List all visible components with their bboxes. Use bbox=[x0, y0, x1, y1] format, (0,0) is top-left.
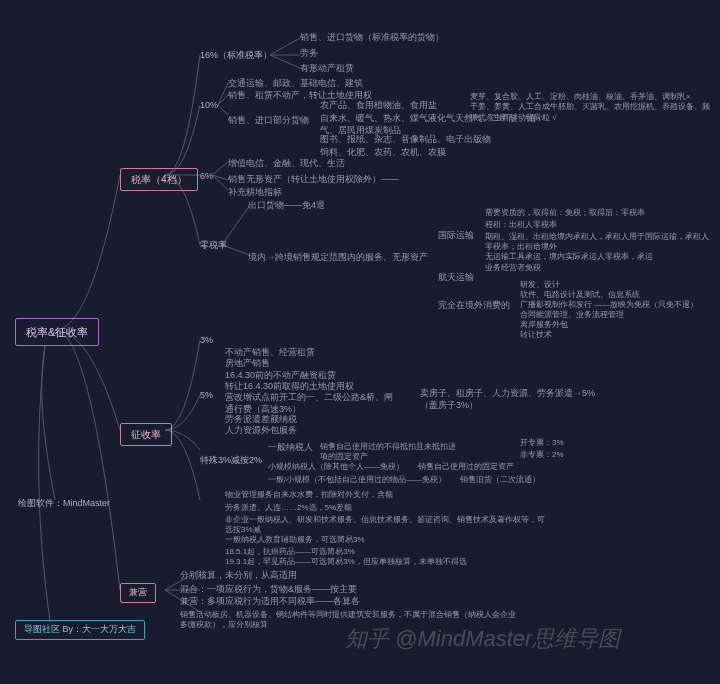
sp-b1: 销售自己使用过的固定资产 bbox=[418, 462, 514, 472]
r0-full: 完全在境外消费的 bbox=[438, 300, 510, 312]
r0-f3: 合同能源管理、业务流程管理 bbox=[520, 310, 624, 320]
r0-gj3: 无运输工具承运，境内实际承运人零税率，承运 bbox=[485, 252, 653, 262]
r10-a: 交通运输、邮政、基础电信、建筑 bbox=[228, 78, 363, 90]
r0-gj0: 需要资质的，取得前：免税；取得后：零税率 bbox=[485, 208, 645, 218]
jy-b: 混合：一项应税行为，货物&服务——按主要 兼营：多项应税行为适用不同税率——各算… bbox=[180, 584, 360, 607]
rates-node[interactable]: 税率（4档） bbox=[120, 168, 198, 191]
r6-a: 增值电信、金融、现代、生活 bbox=[228, 158, 345, 170]
sp-a: 一般纳税人 bbox=[268, 442, 313, 454]
l5-2: 营改增试点前开工的一、二级公路&桥、闸通行费（高速3%） bbox=[225, 392, 395, 415]
r0-f0: 研发、设计 bbox=[520, 280, 560, 290]
l5-side: 卖房子、租房子、人力资源、劳务派遣→5% （盖房子3%） bbox=[420, 388, 595, 411]
sp-a2: 开专票：3% bbox=[520, 438, 564, 448]
r0-f1: 软件、电路设计及测试、信息系统 bbox=[520, 290, 640, 300]
rate-10[interactable]: 10% bbox=[200, 100, 218, 112]
r0-gj: 国际运输 bbox=[438, 230, 474, 242]
software-note: 绘图软件：MindMaster bbox=[18, 498, 110, 510]
oth-3: 一般纳税人教育辅助服务，可选简易3% bbox=[225, 535, 365, 545]
rate-6[interactable]: 6% bbox=[200, 171, 213, 183]
r0-f2: 广播影视制作和发行 ——放映为免税（只免不退） bbox=[520, 300, 698, 310]
root-node[interactable]: 税率&征收率 bbox=[15, 318, 99, 346]
r0-f4: 离岸服务外包 bbox=[520, 320, 568, 330]
r0-gj4: 业务经营者免税 bbox=[485, 263, 541, 273]
r16-i1: 劳务 bbox=[300, 48, 318, 60]
oth-1: 劳务派遣、人连……2%选，5%差额 bbox=[225, 503, 352, 513]
jianying-node[interactable]: 兼营 bbox=[120, 583, 156, 603]
oth-0: 物业管理服务自来水水费，扣除对外支付，含额 bbox=[225, 490, 393, 500]
r10-c0: 农产品、食用植物油、食用盐 bbox=[320, 100, 437, 112]
oth-2: 非企业一般纳税人、研发和技术服务、信息技术服务、鉴证咨询、销售技术及著作权等，可… bbox=[225, 515, 545, 536]
levy-spec[interactable]: 特殊3%减按2% bbox=[200, 455, 262, 467]
community-note: 导图社区 By：大一大万大吉 bbox=[15, 620, 145, 640]
rate-0[interactable]: 零税率 bbox=[200, 240, 227, 252]
levy-3[interactable]: 3% bbox=[200, 335, 213, 347]
oth-4: 18.5.1起，抗癌药品——可选简易3% 19.3.1起，罕见药品——可选简易3… bbox=[225, 547, 545, 568]
rate-16[interactable]: 16%（标准税率） bbox=[200, 50, 272, 62]
r10-c2: 图书、报纸、杂志、音像制品、电子出版物 bbox=[320, 134, 491, 146]
r6-c: 补充耕地指标 bbox=[228, 187, 282, 199]
r0-in: 境内→跨境销售规定范围内的服务、无形资产 bbox=[248, 252, 428, 264]
sp-c: 一般/小规模（不包括自己使用过的物品——免税） bbox=[268, 475, 446, 485]
r0-export: 出口货物——免4退 bbox=[248, 200, 325, 212]
r0-gj1: 程租：出租人零税率 bbox=[485, 220, 557, 230]
l5-1: 转让16.4.30前取得的土地使用权 bbox=[225, 381, 354, 393]
l3-b: 房地产销售 bbox=[225, 358, 270, 370]
sp-a1: 销售自己使用过的不得抵扣且未抵扣进项的固定资产 bbox=[320, 442, 460, 463]
r10-c3: 饲料、化肥、农药、农机、农膜 bbox=[320, 147, 446, 159]
l5-4: 人力资源外包服务 bbox=[225, 425, 297, 437]
sp-b: 小规模纳税人（除其他个人——免税） bbox=[268, 462, 404, 472]
r10-side: 麦芽、复合胶、人工、淀粉、肉桂油、核油、香茅油、调制乳× 干姜、姜黄、人工合成牛… bbox=[470, 92, 710, 123]
l5-3: 劳务派遣差额纳税 bbox=[225, 414, 297, 426]
r6-b: 销售无形资产（转让土地使用权除外）—— bbox=[228, 174, 399, 186]
r0-f5: 转让技术 bbox=[520, 330, 552, 340]
jy-a: 分别核算，未分别，从高适用 bbox=[180, 570, 297, 582]
sp-c1: 销售旧货（二次流通） bbox=[460, 475, 540, 485]
r16-i0: 销售、进口货物（标准税率的货物） bbox=[300, 32, 444, 44]
r10-c: 销售、进口部分货物 bbox=[228, 115, 309, 127]
watermark: 知乎 @MindMaster思维导图 bbox=[345, 625, 620, 654]
l3-a: 不动产销售、经营租赁 bbox=[225, 347, 315, 359]
l5-0: 16.4.30前的不动产融资租赁 bbox=[225, 370, 336, 382]
sp-a3: 非专票：2% bbox=[520, 450, 564, 460]
r0-ht: 航天运输 bbox=[438, 272, 474, 284]
r0-gj2: 期租、湿租、出租给境内承租人，承租人用于国际运输，承租人零税率；出租给境外 bbox=[485, 232, 710, 253]
levy-node[interactable]: 征收率 bbox=[120, 423, 172, 446]
r16-i2: 有形动产租赁 bbox=[300, 63, 354, 75]
levy-5[interactable]: 5% bbox=[200, 390, 213, 402]
